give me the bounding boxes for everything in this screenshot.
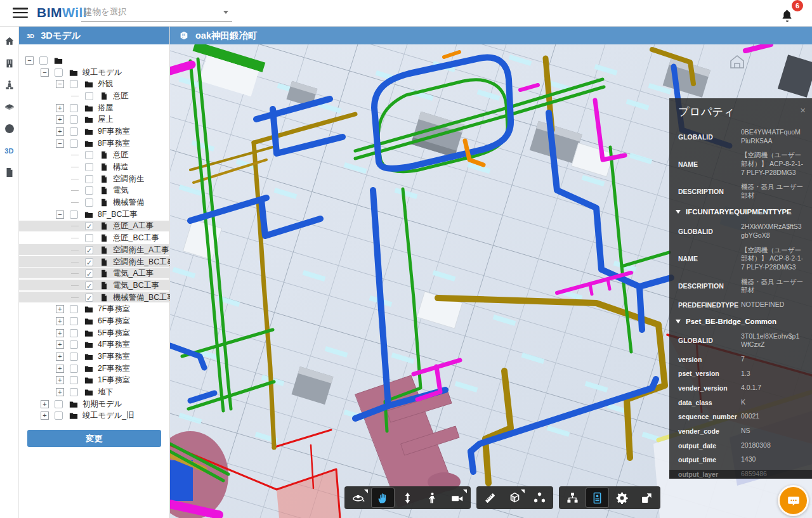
sidebar-item-building[interactable] [3,56,16,70]
tree-checkbox[interactable]: ✓ [85,294,93,302]
tree-item[interactable]: ✓意匠_A工事 [19,221,170,233]
tree-item[interactable]: +4F事務室 [19,339,170,351]
tree-item[interactable]: 機械警備 [19,197,170,209]
tree-checkbox[interactable]: ✓ [85,258,93,266]
tree-checkbox[interactable]: ✓ [85,269,93,278]
tree-expander[interactable]: − [56,139,64,148]
tree-item[interactable]: +5F事務室 [19,327,170,339]
tree-item[interactable]: −外観 [19,78,170,90]
tree-checkbox[interactable] [85,151,93,159]
tree-item[interactable]: −8F事務室 [19,138,170,150]
tree-checkbox[interactable] [70,317,78,325]
support-chat-button[interactable] [778,485,809,516]
tree-expander[interactable]: + [56,115,64,124]
tree-expander[interactable]: + [56,365,64,373]
tree-checkbox[interactable]: ✓ [85,246,93,254]
tree-expander[interactable]: + [56,340,64,349]
tree-item[interactable]: ✓電気_BC工事 [19,280,170,292]
tree-checkbox[interactable]: ✓ [85,222,93,230]
tree-item[interactable]: 意匠 [19,150,170,162]
tree-item[interactable]: 電気 [19,185,170,197]
tree-item[interactable]: +2F事務室 [19,363,170,375]
tree-checkbox[interactable] [70,139,78,148]
tree-checkbox[interactable] [55,400,63,408]
tree-checkbox[interactable]: ✓ [85,282,93,290]
close-icon[interactable]: × [800,105,806,115]
tree-checkbox[interactable] [85,186,93,195]
tree-checkbox[interactable] [85,92,93,100]
tree-checkbox[interactable] [55,68,63,77]
model-tree-button[interactable] [561,488,584,508]
pan-button[interactable] [371,488,395,508]
tree-item[interactable]: +7F事務室 [19,303,170,315]
tree-expander[interactable]: + [56,376,64,384]
tree-checkbox[interactable] [70,376,78,384]
tree-checkbox[interactable] [70,353,78,361]
tree-item[interactable]: 意匠_BC工事 [19,232,170,244]
sidebar-item-documents[interactable] [3,165,16,179]
tree-checkbox[interactable] [70,210,78,219]
tree-expander[interactable]: − [56,80,64,88]
properties-button[interactable] [586,488,609,508]
elevation-button[interactable] [396,488,419,508]
tree-item[interactable]: +1F事務室 [19,375,170,387]
tree-expander[interactable]: + [41,400,49,408]
tree-expander[interactable]: + [56,317,64,325]
property-section-header[interactable]: IFCUNITARYEQUIPMENTTYPE [676,208,803,216]
tree-item[interactable]: +初期モデル [19,398,170,410]
tree-item[interactable]: +屋上 [19,113,170,126]
hamburger-menu-icon[interactable] [13,8,28,19]
sidebar-item-floorplan[interactable] [3,100,16,114]
tree-checkbox[interactable] [70,104,78,112]
tree-checkbox[interactable] [85,234,93,242]
tree-item[interactable]: +竣工モデル_旧 [19,410,170,422]
tree-item[interactable]: −竣工モデル [19,67,170,79]
tree-item[interactable]: −8F_BC工事 [19,209,170,221]
tree-item[interactable]: ✓機械警備_BC工事 [19,292,170,304]
orbit-button[interactable] [346,488,370,508]
building-select[interactable]: 建物を選択 [81,4,232,22]
sidebar-item-dashboard[interactable] [3,122,16,136]
sidebar-item-3d[interactable]: 3D [3,144,16,158]
tree-expander[interactable]: + [41,411,49,420]
tree-item[interactable]: +9F事務室 [19,126,170,138]
tree-checkbox[interactable] [70,388,78,396]
tree-item[interactable]: − [19,55,170,67]
tree-expander[interactable]: − [25,56,34,65]
tree-item[interactable]: 空調衛生 [19,173,170,185]
tree-item[interactable]: ✓空調衛生_BC工事 [19,256,170,268]
tree-expander[interactable]: + [56,104,64,112]
tree-expander[interactable]: + [56,305,64,313]
tree-checkbox[interactable] [70,80,78,88]
sidebar-item-asset[interactable] [3,78,16,92]
tree-expander[interactable]: + [56,353,64,361]
measure-button[interactable] [478,488,502,508]
camera-button[interactable] [445,488,469,508]
tree-item[interactable]: ✓電気_A工事 [19,268,170,280]
tree-checkbox[interactable] [70,305,78,313]
tree-item[interactable]: 構造 [19,161,170,173]
tree-checkbox[interactable] [85,175,93,183]
tree-expander[interactable]: + [56,329,64,337]
tree-item[interactable]: 意匠 [19,90,170,102]
tree-item[interactable]: +地下 [19,386,170,398]
section-button[interactable] [503,488,527,508]
tree-checkbox[interactable] [39,56,48,65]
tree-item[interactable]: +3F事務室 [19,351,170,363]
tree-item[interactable]: ✓空調衛生_A工事 [19,244,170,256]
tree-expander[interactable]: + [56,127,64,136]
fullscreen-button[interactable] [635,488,658,508]
property-section-header[interactable]: Pset_BE-Bridge_Common [676,318,803,325]
tree-expander[interactable]: − [41,68,49,77]
explode-button[interactable] [528,488,551,508]
tree-checkbox[interactable] [70,115,78,124]
tree-checkbox[interactable] [85,198,93,207]
tree-checkbox[interactable] [70,365,78,373]
change-button[interactable]: 変更 [27,430,161,447]
settings-button[interactable] [610,488,634,508]
tree-checkbox[interactable] [70,127,78,136]
tree-checkbox[interactable] [70,340,78,349]
walk-button[interactable] [421,488,444,508]
tree-checkbox[interactable] [55,411,63,420]
tree-item[interactable]: +搭屋 [19,102,170,114]
